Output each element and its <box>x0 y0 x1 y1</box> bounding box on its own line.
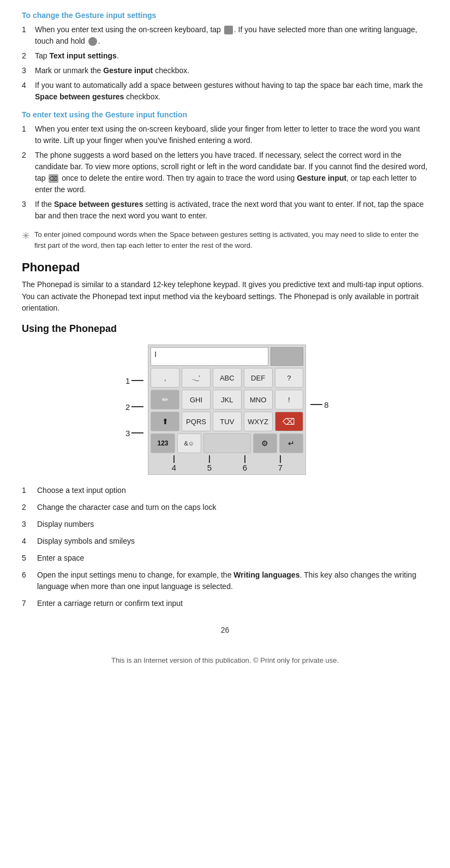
pk-top-row: I <box>151 347 303 366</box>
gesture-step-3: 3 Mark or unmark the Gesture input check… <box>22 65 428 76</box>
pk-key-question[interactable]: ? <box>275 368 304 388</box>
legend-item-5: 5 Enter a space <box>22 552 428 564</box>
bc-7: 7 <box>278 455 283 472</box>
pk-key-abc[interactable]: ABC <box>213 368 242 388</box>
tip-icon: ✳ <box>22 230 30 242</box>
pk-key-delete[interactable]: ⌫ <box>275 412 304 431</box>
pk-key-ampersand[interactable]: &☺ <box>177 433 201 453</box>
bottom-callouts: 4 5 6 7 <box>151 455 303 472</box>
callout-8-right: 8 <box>310 393 328 417</box>
bc-5: 5 <box>207 455 212 472</box>
pk-key-wxyz[interactable]: WXYZ <box>244 412 273 431</box>
legend-list: 1 Choose a text input option 2 Change th… <box>22 485 428 609</box>
pencil-icon <box>224 26 233 34</box>
shift-key-icon: ⬆ <box>162 417 169 426</box>
globe-icon <box>88 37 97 46</box>
gesture-steps-list: 1 When you enter text using the on-scree… <box>22 24 428 103</box>
gesture-step-1: 1 When you enter text using the on-scree… <box>22 24 428 47</box>
using-phonepad-heading: Using the Phonepad <box>22 323 428 335</box>
pk-row-2: , .,_' ABC DEF ? <box>151 368 303 388</box>
legend-item-7: 7 Enter a carriage return or confirm tex… <box>22 598 428 609</box>
tip-box: ✳ To enter joined compound words when th… <box>22 229 428 251</box>
pk-key-enter[interactable]: ↵ <box>279 433 303 453</box>
page-footer: This is an Internet version of this publ… <box>22 656 428 664</box>
enter-step-2: 2 The phone suggests a word based on the… <box>22 150 428 195</box>
enter-steps-list: 1 When you enter text using the on-scree… <box>22 123 428 222</box>
delete-key-icon: ⌫ <box>283 417 295 427</box>
enter-key-icon: ↵ <box>288 439 295 448</box>
delete-box-icon: ⌫ <box>49 174 58 183</box>
pk-key-def[interactable]: DEF <box>244 368 273 388</box>
gesture-step-4: 4 If you want to automatically add a spa… <box>22 80 428 103</box>
page-number: 26 <box>22 626 428 634</box>
pk-key-tuv[interactable]: TUV <box>213 412 242 431</box>
pk-key-settings[interactable]: ⚙ <box>253 433 277 453</box>
pk-key-mno[interactable]: MNO <box>244 390 273 409</box>
legend-item-1: 1 Choose a text input option <box>22 485 428 496</box>
pk-key-exclaim[interactable]: ! <box>275 390 304 409</box>
callout-3-left: 3 <box>121 421 143 445</box>
bc-4: 4 <box>172 455 176 472</box>
pencil-key-icon: ✏ <box>162 395 169 404</box>
gesture-change-heading: To change the Gesture input settings <box>22 11 428 20</box>
pk-key-pqrs[interactable]: PQRS <box>182 412 211 431</box>
phonepad-heading: Phonepad <box>22 260 428 275</box>
right-callouts: 8 <box>310 344 328 417</box>
pk-key-ghi[interactable]: GHI <box>182 390 211 409</box>
pk-key-space[interactable] <box>203 433 251 453</box>
pk-key-123[interactable]: 123 <box>151 433 175 453</box>
pk-key-shift[interactable]: ⬆ <box>151 412 179 431</box>
phonepad-body: The Phonepad is similar to a standard 12… <box>22 279 428 314</box>
legend-item-4: 4 Display symbols and smileys <box>22 536 428 547</box>
gesture-step-2: 2 Tap Text input settings. <box>22 50 428 62</box>
left-callouts: 1 2 3 <box>121 344 143 447</box>
legend-item-2: 2 Change the character case and turn on … <box>22 502 428 513</box>
pk-top-button[interactable] <box>271 347 303 366</box>
legend-item-6: 6 Open the input settings menu to change… <box>22 569 428 592</box>
legend-item-3: 3 Display numbers <box>22 519 428 530</box>
pk-row-3: ✏ GHI JKL MNO ! <box>151 390 303 409</box>
settings-key-icon: ⚙ <box>261 439 268 448</box>
callout-2-left: 2 <box>121 395 143 419</box>
pk-key-comma[interactable]: , <box>151 368 179 388</box>
pk-key-jkl[interactable]: JKL <box>213 390 242 409</box>
bc-6: 6 <box>243 455 247 472</box>
pk-key-pencil[interactable]: ✏ <box>151 390 179 409</box>
pk-row-4: ⬆ PQRS TUV WXYZ ⌫ <box>151 412 303 431</box>
tip-text: To enter joined compound words when the … <box>34 229 428 251</box>
pk-key-dot[interactable]: .,_' <box>182 368 211 388</box>
phonepad-keyboard: I , .,_' ABC DEF ? ✏ GHI JKL MNO ! ⬆ PQR… <box>148 344 306 475</box>
enter-text-heading: To enter text using the Gesture input fu… <box>22 110 428 119</box>
enter-step-3: 3 If the Space between gestures setting … <box>22 199 428 222</box>
enter-step-1: 1 When you enter text using the on-scree… <box>22 123 428 146</box>
callout-1-left: 1 <box>121 368 143 393</box>
pk-row-5: 123 &☺ ⚙ ↵ <box>151 433 303 453</box>
phonepad-diagram: 1 2 3 I , .,_' ABC DEF ? ✏ <box>22 344 428 475</box>
pk-text-input[interactable]: I <box>151 347 268 366</box>
